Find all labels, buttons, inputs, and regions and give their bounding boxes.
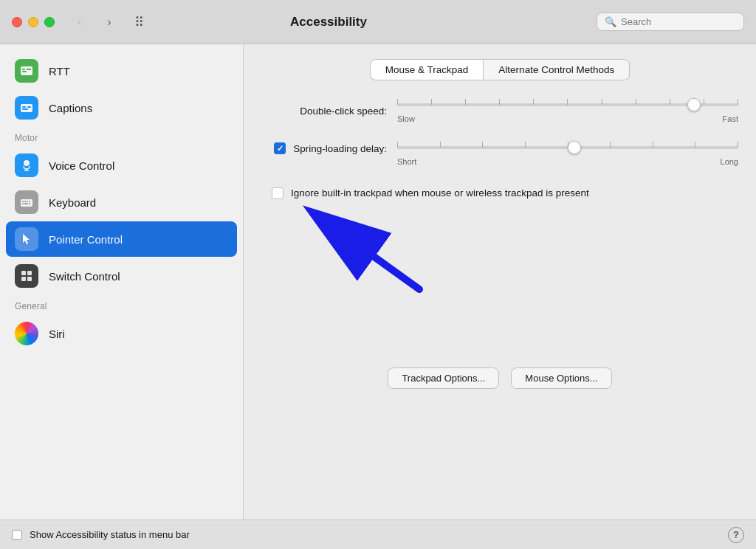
titlebar: ‹ › ⠿ Accessibility 🔍 [0,0,756,44]
switch-control-icon [15,264,38,288]
trackpad-options-button[interactable]: Trackpad Options... [388,367,499,389]
sidebar-item-keyboard[interactable]: Keyboard [6,184,237,220]
svg-rect-0 [21,66,32,75]
minimize-button[interactable] [28,17,38,27]
svg-rect-22 [27,277,32,281]
svg-line-24 [315,214,419,289]
sidebar-item-pointer-control[interactable]: Pointer Control [6,221,237,257]
double-click-speed-row: Double-click speed: [261,98,738,123]
svg-rect-7 [27,106,31,108]
search-icon: 🔍 [605,16,616,27]
keyboard-icon [15,190,38,214]
tabs-row: Mouse & Trackpad Alternate Control Metho… [261,59,738,80]
sidebar-item-keyboard-label: Keyboard [49,196,96,209]
double-click-speed-label: Double-click speed: [261,106,387,117]
traffic-lights [12,17,55,27]
double-click-speed-slider: Slow Fast [397,98,738,123]
ignore-trackpad-label: Ignore built-in trackpad when mouse or w… [291,187,589,201]
sidebar-item-captions[interactable]: Captions [6,90,237,125]
fullscreen-button[interactable] [44,17,55,27]
svg-rect-21 [21,277,26,281]
svg-rect-17 [24,203,28,204]
footer-label: Show Accessibility status in menu bar [30,529,190,540]
bottom-buttons: Trackpad Options... Mouse Options... [261,353,738,389]
sidebar-item-siri[interactable]: Siri [6,316,237,351]
section-general-label: General [6,295,237,314]
sidebar-item-rtt[interactable]: RTT [6,53,237,89]
sidebar-item-switch-control[interactable]: Switch Control [6,258,237,294]
spring-loading-label: Spring-loading delay: [293,143,387,154]
svg-rect-16 [22,203,24,204]
voice-control-icon [15,153,38,177]
annotation-arrow [286,201,449,297]
svg-rect-18 [29,203,30,204]
main-content: RTT Captions Motor [0,44,756,519]
ignore-trackpad-checkbox[interactable] [272,187,284,199]
svg-rect-15 [29,201,30,202]
svg-rect-14 [27,201,28,202]
svg-rect-4 [21,104,32,112]
settings-area: Double-click speed: [261,98,738,505]
siri-icon [15,322,38,345]
window-title: Accessibility [69,15,588,30]
sidebar-item-pointer-control-label: Pointer Control [49,233,123,246]
svg-rect-6 [22,108,28,110]
captions-icon [15,96,38,120]
sidebar-item-switch-control-label: Switch Control [49,270,120,283]
search-input[interactable] [621,16,732,27]
svg-rect-13 [24,201,26,202]
sidebar-item-siri-label: Siri [49,328,65,340]
sidebar-item-voice-control[interactable]: Voice Control [6,148,237,183]
svg-rect-2 [22,71,27,72]
svg-rect-3 [27,69,31,70]
mouse-options-button[interactable]: Mouse Options... [511,367,611,389]
svg-rect-19 [21,271,26,275]
rtt-icon [15,59,38,83]
spring-loading-checkbox[interactable] [274,142,286,154]
spring-loading-row: Spring-loading delay: [261,141,738,166]
help-button[interactable]: ? [728,527,744,543]
sidebar: RTT Captions Motor [0,44,244,519]
double-click-slow-label: Slow [397,114,415,123]
sidebar-item-voice-control-label: Voice Control [49,159,114,172]
svg-rect-5 [22,106,26,108]
footer-accessibility-checkbox[interactable] [12,530,22,540]
spring-loading-long-label: Long [721,157,738,166]
sidebar-item-captions-label: Captions [49,102,92,114]
tab-mouse-trackpad[interactable]: Mouse & Trackpad [370,59,484,80]
svg-rect-12 [22,201,24,202]
svg-point-8 [24,160,30,166]
svg-rect-20 [27,271,32,275]
spring-loading-slider: Short Long [397,141,738,166]
section-motor-label: Motor [6,127,237,146]
close-button[interactable] [12,17,22,27]
pointer-control-icon [15,227,38,251]
footer: Show Accessibility status in menu bar ? [0,519,756,549]
right-panel: Mouse & Trackpad Alternate Control Metho… [244,44,756,519]
double-click-fast-label: Fast [723,114,738,123]
ignore-trackpad-row: Ignore built-in trackpad when mouse or w… [272,187,738,201]
tab-alternate-control[interactable]: Alternate Control Methods [483,59,630,80]
spring-loading-short-label: Short [397,157,416,166]
search-box: 🔍 [597,13,744,31]
svg-rect-1 [22,69,25,70]
sidebar-item-rtt-label: RTT [49,65,70,77]
